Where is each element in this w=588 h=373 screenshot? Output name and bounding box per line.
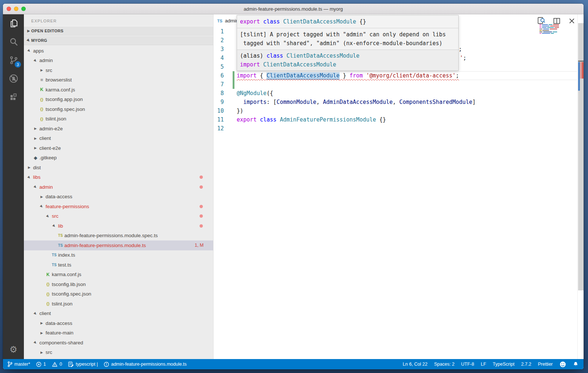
status-typescript[interactable]: TypeScript (493, 362, 514, 367)
chevron-expanded-icon[interactable]: ▶ (32, 57, 39, 64)
status-typescript[interactable]: typescript | (68, 361, 98, 367)
tree-item-libs[interactable]: ▶libs (24, 173, 213, 182)
tree-item-admin-feature-permissions.module.spec.ts[interactable]: TSadmin-feature-permissions.module.spec.… (24, 231, 213, 241)
hover-diagnostic: [tslint] A project tagged with "admin" c… (237, 28, 458, 50)
code-line-8[interactable]: @NgModule({ (237, 89, 577, 98)
status-0[interactable]: 0 (52, 362, 62, 367)
tree-item-label: karma.conf.js (52, 272, 81, 277)
section-open-editors[interactable]: ▶ OPEN EDITORS (24, 26, 213, 36)
status-utf-8[interactable]: UTF-8 (461, 362, 474, 367)
chevron-collapsed-icon[interactable]: ▶ (32, 146, 39, 150)
tree-item-label: lib (58, 223, 63, 229)
activity-source-control-icon[interactable]: 3 (3, 51, 24, 69)
chevron-expanded-icon[interactable]: ▶ (32, 339, 39, 346)
tree-item-tsconfig.spec.json[interactable]: {}tsconfig.spec.json (24, 104, 213, 114)
sidebar-title: EXPLORER (24, 14, 213, 26)
tree-item-karma.conf.js[interactable]: Kkarma.conf.js (24, 85, 213, 95)
error-circle-icon (36, 362, 42, 367)
code-line-9[interactable]: imports: [CommonModule, AdminDataAccessM… (237, 98, 577, 106)
tree-item-data-access[interactable]: ▶data-access (24, 192, 213, 202)
chevron-expanded-icon[interactable]: ▶ (26, 174, 33, 181)
close-icon[interactable] (568, 17, 576, 25)
tree-item-client[interactable]: ▶client (24, 134, 213, 144)
chevron-expanded-icon[interactable]: ▶ (38, 203, 45, 210)
activity-explorer-icon[interactable] (3, 14, 24, 33)
status-admin-feature-permissions-module-ts[interactable]: admin-feature-permissions.module.ts (104, 362, 187, 367)
hover-alias: (alias) class ClientDataAccessModuleimpo… (237, 50, 458, 70)
clientdataaccessmodule-link[interactable]: ClientDataAccessModule (266, 72, 340, 79)
activity-extensions-icon[interactable] (3, 88, 24, 106)
status-spaces-2[interactable]: Spaces: 2 (434, 362, 455, 367)
chevron-expanded-icon[interactable]: ▶ (32, 310, 39, 317)
chevron-collapsed-icon[interactable]: ▶ (26, 166, 32, 169)
chevron-expanded-icon[interactable]: ▶ (26, 47, 33, 54)
tree-item-src[interactable]: ▶src (24, 211, 213, 221)
status-lf[interactable]: LF (481, 362, 486, 367)
chevron-collapsed-icon[interactable]: ▶ (32, 127, 39, 130)
lint-doc-icon (68, 361, 74, 367)
chevron-collapsed-icon[interactable]: ▶ (32, 137, 39, 140)
tree-item-lib[interactable]: ▶lib (24, 221, 213, 231)
chevron-expanded-icon[interactable]: ▶ (32, 184, 39, 191)
tree-item-admin-feature-permissions.module.ts[interactable]: TSadmin-feature-permissions.module.ts1, … (24, 240, 213, 250)
code-line-7[interactable] (237, 80, 577, 89)
code-line-11[interactable]: export class AdminFeaturePermissionsModu… (237, 115, 577, 124)
status-ln-6-col-22[interactable]: Ln 6, Col 22 (403, 362, 427, 367)
tree-item-label: tslint.json (46, 116, 66, 122)
code-line-6[interactable]: import { ClientDataAccessModule } from '… (237, 71, 577, 80)
tree-item-tsconfig.spec.json[interactable]: {}tsconfig.spec.json (24, 289, 213, 299)
chevron-collapsed-icon[interactable]: ▶ (39, 321, 45, 325)
tree-item-tsconfig.lib.json[interactable]: {}tsconfig.lib.json (24, 279, 213, 289)
tree-item-admin[interactable]: ▶admin (24, 182, 213, 192)
tree-item-client[interactable]: ▶client (24, 309, 213, 319)
code-token: ; (459, 46, 462, 52)
tree-item-feature-permissions[interactable]: ▶feature-permissions (24, 202, 213, 211)
activity-search-icon[interactable] (3, 33, 24, 51)
status-2-7-2[interactable]: 2.7.2 (521, 362, 531, 367)
tree-item-client-e2e[interactable]: ▶client-e2e (24, 143, 213, 153)
tree-item-label: client (39, 311, 51, 316)
tree-item-tsconfig.app.json[interactable]: {}tsconfig.app.json (24, 95, 213, 105)
status-1[interactable]: 1 (36, 362, 46, 367)
chevron-collapsed-icon[interactable]: ▶ (39, 351, 45, 354)
tree-item-karma.conf.js[interactable]: Kkarma.conf.js (24, 270, 213, 280)
tree-item-data-access[interactable]: ▶data-access (24, 318, 213, 328)
titlebar[interactable]: admin-feature-permissions.module.ts — my… (3, 4, 584, 14)
tree-item-test.ts[interactable]: TStest.ts (24, 260, 213, 270)
tree-item-tslint.json[interactable]: {}tslint.json (24, 299, 213, 309)
tree-item-tslint.json[interactable]: {}tslint.json (24, 114, 213, 124)
chevron-expanded-icon[interactable]: ▶ (44, 213, 51, 220)
chevron-collapsed-icon[interactable]: ▶ (39, 195, 45, 199)
tree-item-.gitkeep[interactable]: ◈.gitkeep (24, 153, 213, 163)
tree-item-admin[interactable]: ▶admin (24, 56, 213, 66)
tree-item-src[interactable]: ▶src (24, 65, 213, 75)
chevron-collapsed-icon[interactable]: ▶ (39, 331, 45, 335)
gear-icon[interactable]: ⚙ (10, 344, 18, 355)
tree-item-admin-e2e[interactable]: ▶admin-e2e (24, 124, 213, 134)
code-line-10[interactable]: }) (237, 106, 577, 115)
editor-pane[interactable]: TS admin-feature-permissions.module.ts 1… (214, 14, 584, 359)
status-label: LF (481, 362, 486, 367)
status-master[interactable]: master* (7, 361, 30, 367)
tree-item-index.ts[interactable]: TSindex.ts (24, 250, 213, 260)
tree-item-dist[interactable]: ▶dist (24, 163, 213, 173)
chevron-expanded-icon[interactable]: ▶ (51, 222, 58, 229)
section-myorg[interactable]: ▶ MYORG (24, 36, 213, 45)
status-label: Prettier (538, 362, 553, 367)
tree-item-feature-main[interactable]: ▶feature-main (24, 328, 213, 338)
tree-item-components-shared[interactable]: ▶components-shared (24, 338, 213, 348)
chevron-collapsed-icon[interactable]: ▶ (39, 68, 45, 72)
tree-item-src[interactable]: ▶src (24, 348, 213, 358)
tree-item-apps[interactable]: ▶apps (24, 46, 213, 56)
open-changes-icon[interactable] (537, 17, 545, 25)
activity-debug-icon[interactable] (3, 69, 24, 88)
status-smiley[interactable] (559, 361, 566, 368)
json-file-icon: {} (39, 107, 45, 111)
overview-ruler[interactable] (577, 14, 584, 359)
tree-item-browserslist[interactable]: ≡browserslist (24, 75, 213, 85)
status-prettier[interactable]: Prettier (538, 362, 553, 367)
code-line-12[interactable] (237, 124, 577, 133)
status-bell[interactable] (573, 361, 578, 367)
line-number: 3 (214, 45, 237, 54)
split-editor-icon[interactable] (553, 17, 561, 25)
